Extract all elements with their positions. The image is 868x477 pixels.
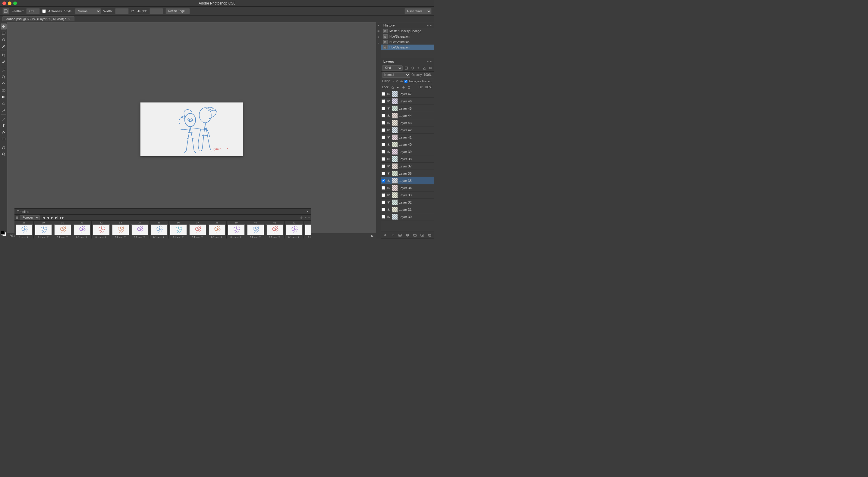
- panel-grid-icon[interactable]: ⊞: [377, 30, 380, 33]
- layer-visibility-icon[interactable]: [386, 113, 391, 118]
- layer-checkbox[interactable]: [381, 143, 385, 146]
- timeline-frame[interactable]: 35 0.1 sec. ▼: [150, 221, 169, 238]
- frame-duration[interactable]: 0.1 sec. ▼: [288, 235, 300, 238]
- layer-visibility-icon[interactable]: [386, 106, 391, 111]
- frame-duration[interactable]: 0.1 sec. ▼: [230, 235, 242, 238]
- history-item[interactable]: ◧ Master Opacity Change: [381, 28, 434, 34]
- layers-panel-header[interactable]: Layers − ≡: [381, 59, 434, 64]
- history-panel-menu[interactable]: ≡: [430, 24, 432, 27]
- panel-color-icon[interactable]: ■: [377, 24, 380, 27]
- lasso-tool[interactable]: [1, 37, 7, 43]
- eyedropper-tool[interactable]: [1, 59, 7, 65]
- style-select[interactable]: Normal Fixed Ratio Fixed Size: [75, 8, 101, 14]
- layer-item[interactable]: Layer 35: [381, 177, 434, 184]
- layer-checkbox[interactable]: [381, 215, 385, 218]
- history-panel-collapse[interactable]: −: [427, 24, 429, 27]
- last-frame-button[interactable]: ▶▶: [60, 216, 64, 219]
- layer-visibility-icon[interactable]: [386, 142, 391, 147]
- layer-visibility-icon[interactable]: [386, 149, 391, 154]
- next-frame-button[interactable]: ▶|: [55, 216, 59, 219]
- frame-duration[interactable]: 0.1 sec. ▼: [211, 235, 223, 238]
- timeline-frame[interactable]: 39 0.1 sec. ▼: [227, 221, 246, 238]
- layer-visibility-icon[interactable]: [386, 200, 391, 205]
- frame-duration[interactable]: 0.1 sec. ▼: [76, 235, 88, 238]
- layer-visibility-icon[interactable]: [386, 92, 391, 96]
- marquee-tool[interactable]: [1, 30, 7, 36]
- layer-checkbox[interactable]: [381, 172, 385, 175]
- layer-checkbox[interactable]: [381, 107, 385, 110]
- layers-link-icon[interactable]: [383, 233, 388, 237]
- timeline-frame[interactable]: 33 0.1 sec. ▼: [111, 221, 130, 238]
- layer-visibility-icon[interactable]: [386, 164, 391, 169]
- foreground-color-swatch[interactable]: [1, 231, 5, 235]
- timeline-trash-icon[interactable]: 🗑: [300, 216, 303, 219]
- lock-position-button[interactable]: [401, 85, 406, 90]
- filter-shape-icon[interactable]: [422, 66, 427, 70]
- layer-checkbox[interactable]: [381, 201, 385, 204]
- layer-checkbox[interactable]: [381, 157, 385, 161]
- layer-checkbox[interactable]: [381, 128, 385, 132]
- opacity-value[interactable]: 100%: [424, 73, 433, 76]
- prev-frame-button[interactable]: ◀: [47, 216, 49, 219]
- fill-value[interactable]: 100%: [424, 86, 433, 89]
- layer-item[interactable]: Layer 40: [381, 141, 434, 148]
- filter-adjust-icon[interactable]: [410, 66, 415, 70]
- layer-visibility-icon[interactable]: [386, 185, 391, 190]
- history-panel-header[interactable]: History − ≡: [381, 22, 434, 28]
- layer-checkbox[interactable]: [381, 136, 385, 139]
- layer-visibility-icon[interactable]: [386, 207, 391, 212]
- layers-fx-icon[interactable]: fx: [390, 233, 395, 237]
- layer-visibility-icon[interactable]: [386, 135, 391, 140]
- brush-tool[interactable]: [1, 67, 7, 73]
- layer-item[interactable]: Layer 32: [381, 199, 434, 206]
- layer-visibility-icon[interactable]: [386, 99, 391, 104]
- type-tool[interactable]: [1, 123, 7, 129]
- filter-type-icon[interactable]: T: [416, 66, 421, 70]
- maximize-button[interactable]: [13, 1, 17, 5]
- zoom-tool[interactable]: [1, 151, 7, 157]
- layer-checkbox[interactable]: [381, 114, 385, 117]
- layer-item[interactable]: Layer 33: [381, 192, 434, 199]
- height-input[interactable]: [150, 8, 163, 14]
- layers-delete-icon[interactable]: [427, 233, 432, 237]
- timeline-frame[interactable]: 38 0.1 sec. ▼: [207, 221, 227, 238]
- layer-checkbox[interactable]: [381, 179, 385, 182]
- blur-tool[interactable]: [1, 101, 7, 107]
- layers-mask-icon[interactable]: [398, 233, 402, 237]
- timeline-frame[interactable]: 40 0.1 sec. ▼: [246, 221, 265, 238]
- layer-checkbox[interactable]: [381, 99, 385, 103]
- layer-checkbox[interactable]: [381, 164, 385, 168]
- lock-all-button[interactable]: [407, 85, 411, 90]
- document-tab-close[interactable]: ✕: [68, 18, 70, 21]
- timeline-frame[interactable]: 34 0.1 sec. ▼: [130, 221, 150, 238]
- layer-item[interactable]: Layer 36: [381, 170, 434, 177]
- frame-duration[interactable]: 0.1 sec. ▼: [269, 235, 281, 238]
- layer-checkbox[interactable]: [381, 208, 385, 211]
- layer-checkbox[interactable]: [381, 121, 385, 125]
- timeline-frame[interactable]: 31 0.1 sec. ▼: [72, 221, 92, 238]
- timeline-loop-select[interactable]: Forever Once 3 Times: [20, 215, 40, 220]
- layer-visibility-icon[interactable]: [386, 178, 391, 183]
- layers-panel-menu[interactable]: ≡: [430, 60, 432, 63]
- move-tool[interactable]: [1, 24, 7, 30]
- timeline-new-frame-icon[interactable]: +: [305, 216, 306, 219]
- layer-item[interactable]: Layer 44: [381, 112, 434, 119]
- unify-visibility-icon[interactable]: [400, 79, 403, 83]
- layer-visibility-icon[interactable]: [386, 128, 391, 133]
- layer-checkbox[interactable]: [381, 92, 385, 96]
- layer-item[interactable]: Layer 31: [381, 206, 434, 213]
- timeline-frame[interactable]: 32 0.1 sec. ▼: [92, 221, 111, 238]
- timeline-frame[interactable]: 37 0.1 sec. ▼: [188, 221, 207, 238]
- close-button[interactable]: [2, 1, 6, 5]
- magic-wand-tool[interactable]: [1, 43, 7, 49]
- layer-checkbox[interactable]: [381, 186, 385, 190]
- layer-visibility-icon[interactable]: [386, 157, 391, 161]
- layer-checkbox[interactable]: [381, 150, 385, 154]
- eraser-tool[interactable]: [1, 87, 7, 93]
- unify-style-icon[interactable]: [396, 79, 399, 83]
- color-swatches[interactable]: [1, 231, 6, 236]
- pen-tool[interactable]: [1, 116, 7, 122]
- panel-char-icon[interactable]: A: [377, 36, 380, 39]
- clone-tool[interactable]: [1, 74, 7, 80]
- blend-mode-select[interactable]: Normal Multiply Screen Overlay: [382, 72, 410, 78]
